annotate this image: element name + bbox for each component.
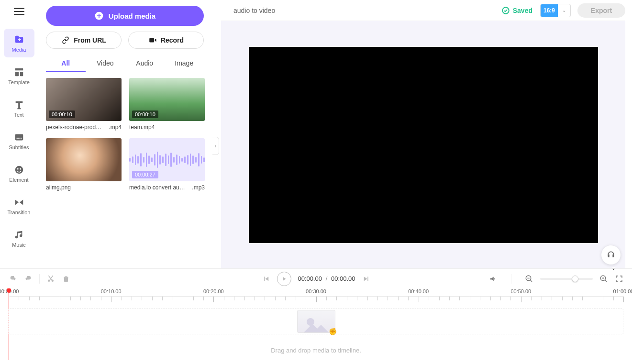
project-title[interactable]: audio to video — [233, 7, 275, 14]
from-url-button[interactable]: From URL — [46, 32, 122, 49]
sidebar-label: Transition — [8, 210, 31, 215]
fit-screen-button[interactable] — [615, 275, 623, 283]
tab-image[interactable]: Image — [165, 55, 204, 72]
divider — [511, 274, 511, 284]
sidebar-label: Element — [9, 177, 28, 183]
text-icon — [14, 99, 24, 110]
play-button[interactable] — [277, 272, 291, 286]
svg-point-16 — [52, 279, 54, 282]
media-item[interactable]: 00:00:10 team.mp4 — [129, 78, 205, 131]
zoom-out-button[interactable] — [525, 275, 533, 283]
undo-button[interactable] — [9, 275, 17, 283]
sidebar-item-transition[interactable]: Transition — [4, 191, 34, 220]
media-grid: 00:00:10 pexels-rodnae-prod….mp4 00:00:1… — [46, 78, 209, 191]
zoom-thumb[interactable] — [572, 276, 578, 282]
media-drop-placeholder[interactable]: ✊ — [297, 310, 335, 333]
svg-rect-3 — [15, 68, 23, 71]
next-frame-button[interactable] — [362, 275, 371, 283]
sidebar-item-music[interactable]: Music — [4, 224, 34, 253]
tab-video[interactable]: Video — [86, 55, 125, 72]
svg-rect-1 — [14, 11, 24, 12]
transition-icon — [14, 197, 24, 208]
image-placeholder-icon — [302, 316, 331, 332]
tab-all[interactable]: All — [46, 55, 86, 72]
duration-badge: 00:00:27 — [132, 171, 158, 178]
redo-button[interactable] — [24, 275, 33, 283]
cut-button[interactable] — [46, 275, 55, 283]
svg-point-15 — [48, 279, 50, 282]
timeline-tracks[interactable]: ✊ Drag and drop media to timeline. — [9, 309, 623, 360]
aspect-ratio-select[interactable]: 16:9 ⌄ — [540, 4, 571, 17]
sidebar-label: Text — [14, 112, 23, 118]
sidebar-label: Subtitles — [9, 144, 29, 150]
media-thumbnail: 00:00:10 — [129, 78, 205, 121]
divider — [39, 274, 40, 284]
sidebar-label: Media — [12, 47, 26, 53]
sidebar-item-element[interactable]: Element — [4, 159, 34, 188]
media-ext: .mp4 — [109, 124, 122, 131]
ruler-label: 00:10.00 — [101, 288, 122, 294]
zoom-in-button[interactable] — [599, 275, 608, 283]
sidebar-item-subtitles[interactable]: Subtitles — [4, 126, 34, 155]
svg-rect-0 — [14, 8, 24, 9]
record-button[interactable]: Record — [128, 32, 204, 49]
volume-button[interactable] — [489, 275, 498, 283]
ruler-label: 00:20.00 — [203, 288, 224, 294]
support-button[interactable] — [601, 245, 621, 265]
media-filename: media.io convert au… — [129, 184, 190, 191]
svg-point-10 — [17, 168, 18, 170]
tab-audio[interactable]: Audio — [125, 55, 165, 72]
media-thumbnail: 00:00:27 — [129, 138, 205, 181]
element-icon — [14, 165, 24, 175]
ruler-label: 00:30.00 — [306, 288, 326, 294]
zoom-slider[interactable] — [540, 278, 593, 280]
svg-rect-7 — [16, 138, 19, 139]
media-thumbnail: 00:00:10 — [46, 78, 122, 121]
duration-badge: 00:00:10 — [49, 110, 75, 118]
sidebar-label: Music — [12, 242, 26, 248]
timeline-toolbar: 00:00.00 / 00:00.00 — [0, 268, 632, 288]
drop-hint: Drag and drop media to timeline. — [271, 347, 361, 354]
upload-label: Upload media — [109, 12, 155, 20]
preview-area: ▾ — [221, 21, 625, 268]
prev-frame-button[interactable] — [261, 275, 270, 283]
media-thumbnail — [46, 138, 122, 181]
subtitles-icon — [14, 132, 24, 143]
total-time: 00:00.00 — [331, 275, 355, 282]
sidebar-item-template[interactable]: Template — [4, 61, 34, 90]
svg-rect-2 — [14, 14, 24, 15]
sidebar-label: Template — [8, 79, 30, 85]
ruler-label: 00:50.00 — [510, 288, 531, 294]
panel-collapse-handle[interactable]: ‹ — [212, 137, 219, 155]
media-item[interactable]: 00:00:27 media.io convert au….mp3 — [129, 138, 205, 191]
upload-media-button[interactable]: Upload media — [46, 6, 204, 26]
aspect-value: 16:9 — [541, 4, 558, 17]
media-item[interactable]: aiimg.png — [46, 138, 122, 191]
media-filename: aiimg.png — [46, 184, 120, 191]
headset-icon — [606, 250, 616, 260]
media-tabs: All Video Audio Image — [46, 55, 204, 72]
export-button[interactable]: Export — [577, 3, 625, 18]
media-item[interactable]: 00:00:10 pexels-rodnae-prod….mp4 — [46, 78, 122, 131]
media-filename: team.mp4 — [129, 124, 203, 131]
hamburger-icon — [14, 6, 24, 17]
sidebar-item-text[interactable]: Text — [4, 94, 34, 122]
svg-point-9 — [15, 166, 23, 174]
timecode: 00:00.00 / 00:00.00 — [298, 275, 355, 282]
svg-rect-4 — [15, 72, 18, 76]
check-circle-icon — [501, 6, 510, 15]
video-track[interactable]: ✊ — [9, 309, 623, 334]
saved-label: Saved — [513, 7, 532, 14]
timeline-ruler[interactable]: 00:00.0000:10.0000:20.0000:30.0000:40.00… — [9, 288, 623, 308]
sidebar-item-media[interactable]: Media — [4, 29, 34, 57]
saved-status: Saved — [501, 6, 532, 15]
folder-plus-icon — [14, 34, 24, 45]
current-time: 00:00.00 — [298, 275, 322, 282]
preview-header: audio to video Saved 16:9 ⌄ Export — [221, 0, 625, 21]
delete-button[interactable] — [62, 275, 70, 283]
menu-button[interactable] — [0, 6, 38, 17]
left-sidebar: Media Template Text Subtitles Element Tr… — [0, 27, 38, 268]
video-canvas[interactable] — [249, 47, 598, 243]
record-label: Record — [161, 36, 184, 44]
template-icon — [14, 67, 24, 77]
